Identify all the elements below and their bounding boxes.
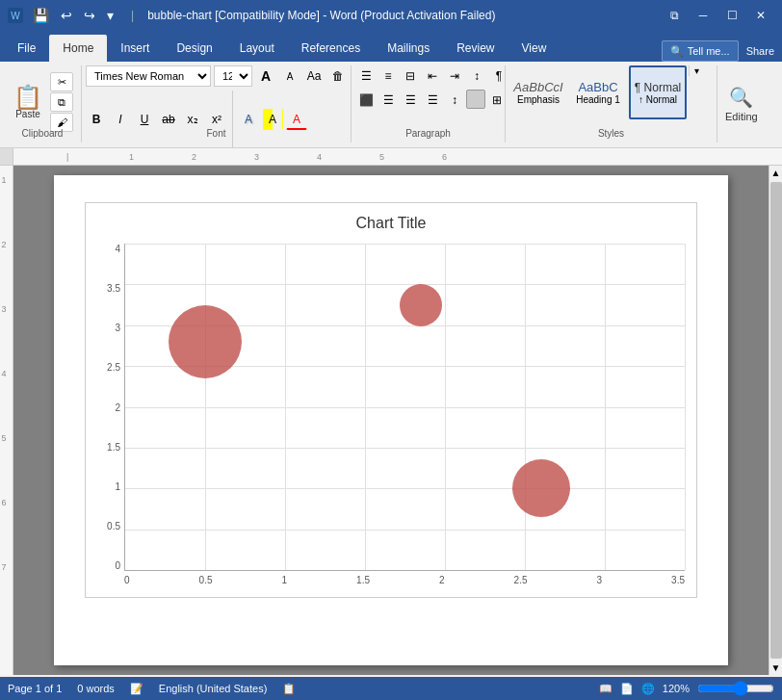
font-color-button[interactable]: A [286,109,307,130]
close-button[interactable]: ✕ [747,6,774,25]
italic-button[interactable]: I [110,109,131,130]
tab-file[interactable]: File [4,35,49,62]
undo-button[interactable]: ↩ [57,6,76,25]
font-label: Font [82,128,351,139]
view-print-button[interactable]: 📄 [620,683,634,695]
chart-plot [124,244,685,571]
proofing-icon: 📝 [130,683,143,695]
justify-button[interactable]: ☰ [422,90,443,111]
text-effect-button[interactable]: A [238,109,259,130]
scroll-thumb[interactable] [770,182,782,659]
track-changes-icon: 📋 [282,683,296,695]
paste-label: Paste [15,109,40,119]
tell-me-button[interactable]: 🔍 Tell me... [662,40,739,62]
grow-font-button[interactable]: A [255,65,276,87]
tab-references[interactable]: References [288,35,374,62]
share-button[interactable]: Share [746,45,774,57]
tab-insert[interactable]: Insert [107,35,163,62]
bullets-button[interactable]: ☰ [355,65,377,87]
align-left-button[interactable]: ⬛ [355,90,377,111]
style-heading1[interactable]: AaBbC Heading 1 [569,65,627,119]
restore-window-button[interactable]: ⧉ [661,6,688,25]
strikethrough-button[interactable]: ab [158,109,179,130]
scroll-up-button[interactable]: ▲ [769,166,782,180]
page-info: Page 1 of 1 [8,683,62,694]
emphasis-label: Emphasis [517,94,560,105]
line-spacing-button[interactable]: ↕ [444,90,465,111]
editing-label: Editing [725,111,758,122]
clipboard-label: Clipboard [4,128,81,139]
emphasis-preview: AaBbCcI [513,80,562,94]
save-button[interactable]: 💾 [29,6,53,25]
paste-button[interactable]: 📋 Paste [8,84,48,121]
paragraph-row2: ⬛ ☰ ☰ ☰ ↕ ⊞ [355,90,508,111]
zoom-slider[interactable] [697,682,774,695]
font-style-row: B I U ab x₂ x² A A A [86,91,307,148]
decrease-indent-button[interactable]: ⇤ [422,65,443,87]
ribbon-content: 📋 Paste ✂ ⧉ 🖌 Clipboard Times New Roman … [0,62,782,148]
clipboard-small-buttons: ✂ ⧉ 🖌 [50,72,73,132]
window-controls: ⧉ ─ ☐ ✕ [661,6,774,25]
ribbon-right: 🔍 Tell me... Share [662,40,782,62]
shrink-font-button[interactable]: A [279,65,300,87]
tab-layout[interactable]: Layout [226,35,288,62]
subscript-button[interactable]: x₂ [182,109,203,130]
editing-icon: 🔍 [729,86,753,109]
x-axis: 0 0.5 1 1.5 2 2.5 3 3.5 [124,571,685,585]
font-size-select[interactable]: 12 [214,65,252,87]
main-area: 1 2 3 4 5 6 7 Chart Title 0 0.5 1 1.5 [0,166,782,675]
redo-button[interactable]: ↪ [80,6,99,25]
multilevel-list-button[interactable]: ⊟ [400,65,421,87]
underline-button[interactable]: U [134,109,155,130]
heading1-label: Heading 1 [576,94,620,105]
sort-button[interactable]: ↕ [466,65,487,87]
document-scroll-area[interactable]: Chart Title 0 0.5 1 1.5 2 2.5 3 3.5 4 [13,166,769,675]
chart-plot-area: 0 0.5 1 1.5 2 2.5 3 3.5 [124,244,685,585]
numbering-button[interactable]: ≡ [378,65,399,87]
minimize-button[interactable]: ─ [690,6,717,25]
tab-design[interactable]: Design [163,35,225,62]
cut-button[interactable]: ✂ [50,72,73,91]
font-name-select[interactable]: Times New Roman [86,65,211,87]
tab-review[interactable]: Review [443,35,508,62]
bubble-1 [169,305,242,378]
paragraph-label: Paragraph [352,128,505,139]
styles-label: Styles [506,128,717,139]
view-web-button[interactable]: 🌐 [641,683,655,695]
chart-container: Chart Title 0 0.5 1 1.5 2 2.5 3 3.5 4 [85,202,697,598]
style-normal[interactable]: ¶ Normal ↑ Normal [629,65,687,119]
maximize-button[interactable]: ☐ [718,6,745,25]
shading-button[interactable] [466,90,485,109]
search-icon: 🔍 [670,45,684,58]
font-name-row: Times New Roman 12 A A Aa 🗑 [86,65,349,87]
tab-mailings[interactable]: Mailings [374,35,443,62]
align-center-button[interactable]: ☰ [378,90,399,111]
bold-button[interactable]: B [86,109,107,130]
superscript-button[interactable]: x² [206,109,227,130]
vertical-scrollbar[interactable]: ▲ ▼ [769,166,782,675]
bubble-2 [400,284,442,326]
status-bar: Page 1 of 1 0 words 📝 English (United St… [0,677,782,700]
vertical-ruler: 1 2 3 4 5 6 7 [0,166,13,675]
chart-title: Chart Title [97,215,685,232]
editing-group: 🔍 Editing [717,65,766,143]
style-emphasis[interactable]: AaBbCcI Emphasis [509,65,567,119]
change-case-button[interactable]: Aa [303,65,325,87]
normal-label: ↑ Normal [639,94,677,105]
clear-formatting-button[interactable]: 🗑 [327,65,349,87]
clipboard-group: 📋 Paste ✂ ⧉ 🖌 Clipboard [4,65,82,143]
increase-indent-button[interactable]: ⇥ [444,65,465,87]
view-read-button[interactable]: 📖 [599,683,613,695]
tab-home[interactable]: Home [49,35,107,62]
text-highlight-button[interactable]: A [262,109,283,130]
bubble-3 [512,459,570,517]
styles-group: AaBbCcI Emphasis AaBbC Heading 1 ¶ Norma… [506,65,717,143]
word-count: 0 words [77,683,115,694]
copy-button[interactable]: ⧉ [50,92,73,112]
borders-button[interactable]: ⊞ [486,90,508,111]
align-right-button[interactable]: ☰ [400,90,421,111]
scroll-down-button[interactable]: ▼ [769,661,782,675]
tab-view[interactable]: View [508,35,560,62]
styles-scroll[interactable]: ▾ [689,65,704,76]
customize-button[interactable]: ▾ [103,6,117,25]
